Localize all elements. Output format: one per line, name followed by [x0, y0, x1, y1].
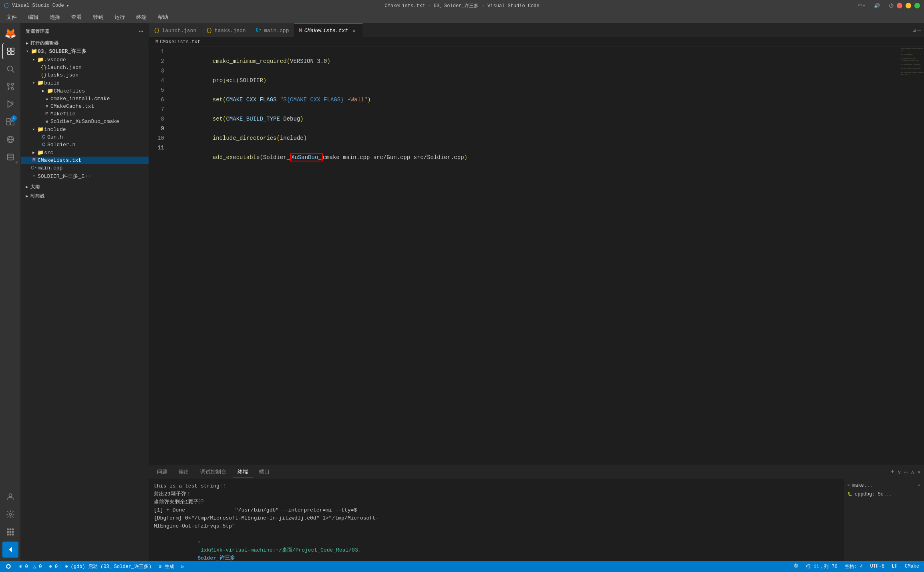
- cmake-breadcrumb-icon: M: [155, 39, 158, 45]
- tab-cmake-icon: M: [299, 28, 302, 34]
- activity-explorer[interactable]: [2, 43, 18, 59]
- activity-source-control[interactable]: [2, 79, 18, 95]
- status-bar: ⊗ 0 △ 0 ⊗ 0 ⊗ (gdb) 启动 (03、Solder_许三多) ⚙…: [0, 561, 924, 572]
- svg-rect-1: [11, 48, 14, 51]
- status-sync[interactable]: ⊗ 0: [47, 564, 59, 570]
- main-cpp-item[interactable]: C• main.cpp: [21, 164, 149, 172]
- more-actions-icon[interactable]: ⋯: [918, 27, 921, 34]
- open-editors-section[interactable]: ▶ 打开的编辑器: [21, 39, 149, 47]
- menu-view[interactable]: 查看: [69, 13, 84, 22]
- tab-launch-json[interactable]: {} launch.json: [149, 23, 201, 38]
- terminal-cppdbg-item[interactable]: 🐛 cppdbg: So...: [844, 490, 924, 499]
- menu-edit[interactable]: 编辑: [26, 13, 41, 22]
- panel-chevron-icon[interactable]: ∨: [898, 469, 901, 475]
- activity-extensions[interactable]: 1: [2, 114, 18, 130]
- tab-cmake-close[interactable]: ✕: [350, 27, 358, 34]
- src-folder[interactable]: ▶ 📁 src: [21, 149, 149, 157]
- highlight-xusan: XuSanDuo_: [290, 153, 323, 161]
- activity-run[interactable]: [2, 96, 18, 112]
- gun-h-icon: C: [40, 134, 47, 140]
- activity-account[interactable]: [2, 489, 18, 505]
- minimize-button[interactable]: [906, 3, 911, 8]
- status-gdb[interactable]: ⊗ (gdb) 启动 (03、Solder_许三多): [63, 563, 153, 570]
- status-encoding[interactable]: UTF-8: [869, 564, 886, 569]
- tab-cmake-lists[interactable]: M CMakeLists.txt ✕: [294, 23, 362, 38]
- tab-main-cpp[interactable]: C• main.cpp: [251, 23, 294, 38]
- vscode-folder[interactable]: ▾ 📁 .vscode: [21, 56, 149, 64]
- launch-json-item[interactable]: {} launch.json: [21, 64, 149, 71]
- status-language[interactable]: CMake: [903, 564, 921, 569]
- timeline-header[interactable]: ▶ 时间线: [21, 191, 149, 201]
- include-folder[interactable]: ▾ 📁 include: [21, 125, 149, 133]
- dropdown-arrow[interactable]: ▾: [66, 3, 69, 8]
- tab-tasks-json[interactable]: {} tasks.json: [201, 23, 251, 38]
- status-build[interactable]: ⚙ 生成: [157, 563, 175, 570]
- split-editor-icon[interactable]: ⊡: [912, 27, 916, 34]
- makefile-item[interactable]: M Makefile: [21, 110, 149, 118]
- activity-remote[interactable]: [2, 131, 18, 147]
- status-search[interactable]: 🔍: [793, 563, 800, 570]
- panel-tab-ports[interactable]: 端口: [254, 467, 274, 477]
- status-position[interactable]: 行 11，列 76: [804, 563, 839, 570]
- status-remote[interactable]: [3, 561, 14, 572]
- maximize-button[interactable]: [914, 3, 920, 8]
- panel-more-icon[interactable]: ⋯: [904, 469, 908, 475]
- soldier-cmake-item[interactable]: ≡ Soldier_XuSanDuo_cmake: [21, 118, 149, 125]
- cmake-install-item[interactable]: ≡ cmake_install.cmake: [21, 95, 149, 103]
- panel-add-icon[interactable]: +: [891, 468, 895, 475]
- activity-firefox[interactable]: 🦊: [2, 26, 18, 42]
- cmake-lists-item[interactable]: M CMakeLists.txt: [21, 157, 149, 164]
- status-run[interactable]: ▷: [180, 564, 186, 570]
- gun-h-item[interactable]: C Gun.h: [21, 133, 149, 141]
- sidebar-new-file[interactable]: ⋯: [138, 26, 144, 36]
- close-button[interactable]: [897, 3, 902, 8]
- soldier-gpp-item[interactable]: ≡ SOLDIER_许三多_G++: [21, 172, 149, 181]
- panel-tab-problems[interactable]: 问题: [152, 467, 172, 477]
- gun-h-label: Gun.h: [47, 134, 63, 140]
- activity-libreoffice[interactable]: W: [2, 149, 18, 165]
- build-label: build: [44, 80, 60, 86]
- panel-tab-debug[interactable]: 调试控制台: [195, 467, 231, 477]
- cmake-files-item[interactable]: ▶ 📁 CMakeFiles: [21, 87, 149, 95]
- tasks-json-item[interactable]: {} tasks.json: [21, 71, 149, 79]
- fn-project: project: [213, 77, 236, 84]
- panel-tab-terminal[interactable]: 终端: [233, 467, 253, 477]
- panel-tab-output[interactable]: 输出: [174, 467, 194, 477]
- arg-cmake-rest: cmake main.cpp src/Gun.cpp src/Soldier.c…: [323, 154, 464, 161]
- line-num-2: 2: [149, 56, 164, 66]
- tab-launch-icon: {}: [154, 28, 159, 33]
- outline-header[interactable]: ▶ 大纲: [21, 182, 149, 191]
- panel-maximize-icon[interactable]: ∧: [911, 469, 914, 475]
- terminal-line-1: this is a test string!!: [154, 482, 839, 490]
- menu-file[interactable]: 文件: [4, 13, 19, 22]
- outline-arrow: ▶: [26, 184, 29, 189]
- paren-4: ): [263, 77, 266, 84]
- activity-search[interactable]: [2, 61, 18, 77]
- menu-terminal[interactable]: 终端: [134, 13, 149, 22]
- line-num-1: 1: [149, 47, 164, 56]
- status-spaces[interactable]: 空格: 4: [843, 563, 865, 570]
- soldier-h-item[interactable]: C Soldier.h: [21, 141, 149, 149]
- project-folder[interactable]: ▾ 📁 03、SOLDER_许三多: [21, 47, 149, 56]
- activity-vscode-blue[interactable]: [2, 542, 18, 558]
- terminal-make-item[interactable]: ≡ make... ✓: [844, 481, 924, 490]
- breadcrumb-file[interactable]: CMakeLists.txt: [160, 39, 200, 45]
- activity-settings[interactable]: [2, 506, 18, 522]
- menu-help[interactable]: 帮助: [155, 13, 171, 22]
- fn-cmake-min: cmake_minimum_required: [213, 58, 287, 64]
- activity-bottom: [2, 489, 18, 561]
- menu-run[interactable]: 运行: [112, 13, 127, 22]
- status-eol[interactable]: LF: [890, 564, 899, 569]
- svg-point-27: [7, 531, 8, 533]
- code-editor[interactable]: 1 2 3 4 5 6 7 8 9 10 11 cmake_minimum_re…: [149, 47, 924, 465]
- status-errors[interactable]: ⊗ 0 △ 0: [18, 564, 43, 570]
- activity-grid[interactable]: [2, 524, 18, 540]
- cmake-cache-item[interactable]: ≡ CMakeCache.txt: [21, 103, 149, 110]
- code-content[interactable]: cmake_minimum_required(VERSION 3.0) proj…: [169, 47, 900, 465]
- menu-goto[interactable]: 转到: [91, 13, 106, 22]
- paren-2: ): [327, 58, 330, 64]
- panel-content[interactable]: this is a test string!! 射出29颗子弹！ 当前弹夹剩余1…: [149, 479, 844, 561]
- build-folder[interactable]: ▾ 📁 build: [21, 79, 149, 87]
- panel-close-icon[interactable]: ✕: [918, 469, 921, 475]
- menu-select[interactable]: 选择: [47, 13, 62, 22]
